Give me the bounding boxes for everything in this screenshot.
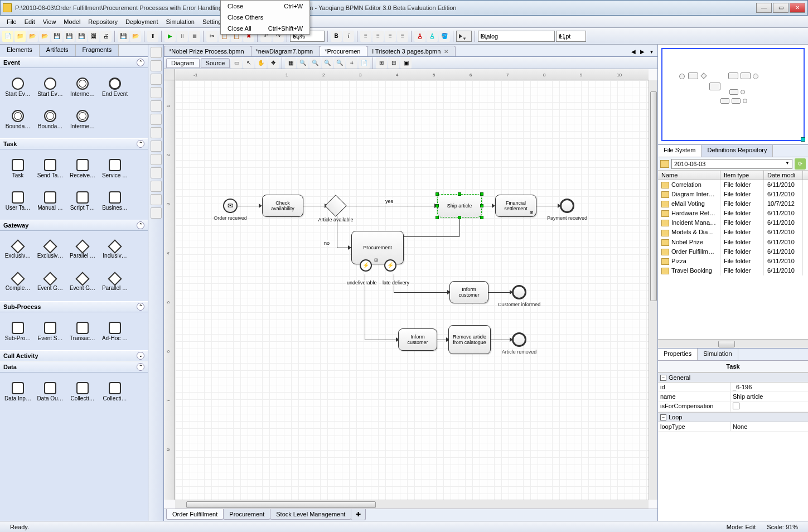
- ctx-close-all[interactable]: Close AllCtrl+Shift+W: [221, 23, 309, 34]
- prop-group-general[interactable]: −General: [658, 373, 808, 383]
- file-row[interactable]: CorrelationFile folder6/11/2010: [658, 180, 808, 190]
- minimap[interactable]: [658, 45, 808, 145]
- palette-item[interactable]: Script T…: [67, 185, 98, 216]
- minimap-resize-handle[interactable]: [801, 137, 805, 142]
- task-inform-customer-1[interactable]: Inform customer: [449, 281, 488, 303]
- align-center-icon[interactable]: ≡: [372, 31, 384, 42]
- deploy-icon[interactable]: ⬆: [147, 31, 158, 42]
- file-row[interactable]: Diagram Inter…File folder6/11/2010: [658, 190, 808, 199]
- palette-item[interactable]: Collecti…: [99, 376, 130, 407]
- tab-artifacts[interactable]: Artifacts: [40, 45, 76, 56]
- canvas-vscroll[interactable]: [649, 80, 657, 500]
- palette-item[interactable]: Manual …: [35, 185, 66, 216]
- view-diagram[interactable]: Diagram: [166, 58, 200, 68]
- new-proj-icon[interactable]: 📁: [14, 31, 26, 42]
- vtool-icon[interactable]: [151, 114, 162, 125]
- vtool-icon[interactable]: [151, 141, 162, 152]
- menu-edit[interactable]: Edit: [21, 17, 38, 26]
- order-icon[interactable]: ▣: [400, 57, 412, 69]
- menu-view[interactable]: View: [40, 17, 60, 26]
- highlight-icon[interactable]: A: [427, 31, 438, 42]
- palette-item[interactable]: Bounda…: [35, 104, 66, 135]
- file-row[interactable]: Order Fulfillm…File folder6/11/2010: [658, 247, 808, 257]
- vtool-icon[interactable]: [151, 154, 162, 165]
- page-tab[interactable]: Stock Level Management: [270, 509, 351, 520]
- prop-row[interactable]: loopTypeNone: [658, 422, 808, 432]
- play-icon[interactable]: ▶: [164, 31, 176, 42]
- section-header-gateway[interactable]: Gateway⌃: [0, 220, 148, 231]
- select-tool-icon[interactable]: ▭: [231, 57, 242, 69]
- file-row[interactable]: eMail VotingFile folder10/7/2012: [658, 199, 808, 209]
- grid-icon[interactable]: ▦: [285, 57, 296, 69]
- palette-item[interactable]: Service …: [99, 153, 130, 184]
- gateway-article-available[interactable]: Article available: [328, 198, 343, 214]
- palette-item[interactable]: Task: [2, 153, 33, 184]
- file-table-hscroll[interactable]: [658, 339, 808, 348]
- section-header-sub-process[interactable]: Sub-Process⌃: [0, 301, 148, 312]
- align-tool-icon[interactable]: ⊞: [376, 57, 387, 69]
- saveall-icon[interactable]: 💾: [64, 31, 75, 42]
- zoom-actual-icon[interactable]: ⌗: [346, 57, 357, 69]
- vtool-icon[interactable]: [151, 207, 162, 219]
- tab-file-system[interactable]: File System: [658, 145, 701, 157]
- task-inform-customer-2[interactable]: Inform customer: [398, 328, 437, 351]
- path-select[interactable]: 2010-06-03▼: [671, 159, 792, 169]
- section-header-task[interactable]: Task⌃: [0, 138, 148, 149]
- palette-item[interactable]: Bounda…: [2, 104, 33, 135]
- prop-row[interactable]: nameShip article: [658, 392, 808, 402]
- palette-item[interactable]: Exclusiv…: [35, 234, 66, 265]
- palette-item[interactable]: Receive…: [67, 153, 98, 184]
- file-row[interactable]: Hardware Ret…File folder6/11/2010: [658, 209, 808, 218]
- font-color-icon[interactable]: A: [414, 31, 425, 42]
- italic-icon[interactable]: i: [343, 31, 354, 42]
- file-row[interactable]: PizzaFile folder6/11/2010: [658, 257, 808, 266]
- section-header-call-activity[interactable]: Call Activity⌄: [0, 350, 148, 361]
- zoom-in-icon[interactable]: 🔍: [297, 57, 308, 69]
- align-v-icon[interactable]: ≡: [397, 31, 408, 42]
- vtool-icon[interactable]: [151, 60, 162, 71]
- palette-item[interactable]: Data Ou…: [35, 376, 66, 407]
- color-swatch[interactable]: ▼: [456, 31, 472, 42]
- vtool-icon[interactable]: [151, 87, 162, 98]
- distribute-icon[interactable]: ⊟: [388, 57, 399, 69]
- db-open-icon[interactable]: 📂: [130, 31, 141, 42]
- canvas-hscroll[interactable]: [175, 500, 649, 509]
- menu-model[interactable]: Model: [60, 17, 84, 26]
- vtool-icon[interactable]: [151, 194, 162, 205]
- bold-icon[interactable]: B: [331, 31, 342, 42]
- palette-item[interactable]: Event G…: [35, 267, 66, 298]
- task-remove-article[interactable]: Remove article from calatogue: [448, 325, 491, 354]
- tab-simulation[interactable]: Simulation: [698, 349, 738, 360]
- page-icon[interactable]: 📄: [359, 57, 370, 69]
- section-header-event[interactable]: Event⌃: [0, 57, 148, 68]
- checkbox[interactable]: [733, 403, 739, 409]
- stop-icon[interactable]: ⏹: [189, 31, 200, 42]
- doc-tab[interactable]: *Nobel Prize Process.bpmn: [164, 46, 251, 56]
- start-event-order-received[interactable]: ✉ Order received: [223, 199, 238, 213]
- vtool-icon[interactable]: [151, 127, 162, 138]
- diagram-canvas[interactable]: yes no: [175, 80, 649, 500]
- section-header-data[interactable]: Data⌃: [0, 361, 148, 373]
- menu-deployment[interactable]: Deployment: [122, 17, 162, 26]
- close-button[interactable]: ✕: [790, 3, 805, 13]
- vtool-icon[interactable]: [151, 100, 162, 112]
- file-row[interactable]: Incident Mana…File folder6/11/2010: [658, 218, 808, 228]
- col-type[interactable]: Item type: [720, 171, 764, 180]
- palette-item[interactable]: Parallel …: [67, 234, 98, 265]
- ctx-close-others[interactable]: Close Others: [221, 12, 309, 23]
- menu-repository[interactable]: Repository: [85, 17, 121, 26]
- subprocess-procurement[interactable]: Procurement ⊞ ⚡ ⚡: [351, 231, 404, 264]
- vtool-icon[interactable]: [151, 167, 162, 178]
- move-tool-icon[interactable]: ✥: [268, 57, 279, 69]
- palette-item[interactable]: Comple…: [2, 267, 33, 298]
- tab-list-icon[interactable]: ▾: [647, 49, 655, 56]
- doc-tab[interactable]: l Trisotech 3 pages.bpmn✕: [367, 46, 456, 56]
- minimize-button[interactable]: —: [756, 3, 772, 13]
- prop-group-loop[interactable]: −Loop: [658, 412, 808, 422]
- open-icon[interactable]: 📂: [27, 31, 38, 42]
- db-save-icon[interactable]: 💾: [118, 31, 129, 42]
- ctx-close[interactable]: CloseCtrl+W: [221, 1, 309, 12]
- zoom-out-icon[interactable]: 🔍: [309, 57, 321, 69]
- boundary-event-undeliverable[interactable]: ⚡: [360, 259, 372, 272]
- palette-item[interactable]: Interme…: [67, 104, 98, 135]
